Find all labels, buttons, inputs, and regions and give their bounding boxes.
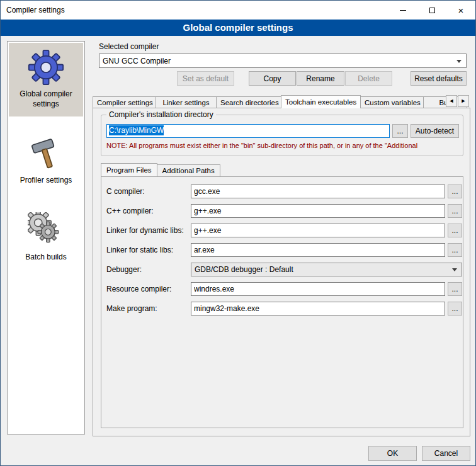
chevron-down-icon (452, 268, 457, 271)
tab-scroll-controls: ◄ ► (445, 95, 469, 107)
settings-tabbar: Compiler settings Linker settings Search… (93, 95, 470, 108)
compiler-actions: Set as default Copy Rename Delete Reset … (99, 71, 467, 86)
page-title: Global compiler settings (1, 20, 475, 36)
resource-compiler-input[interactable] (191, 282, 445, 296)
dynamic-linker-label: Linker for dynamic libs: (106, 224, 184, 237)
installation-directory-group-title: Compiler's installation directory (106, 110, 216, 119)
tab-scroll-left-button[interactable]: ◄ (446, 95, 457, 107)
selected-compiler-label: Selected compiler (99, 42, 159, 51)
dynamic-linker-row: Linker for dynamic libs: ... (101, 224, 463, 237)
install-dir-input[interactable]: C:\raylib\MinGW (106, 124, 390, 138)
compiler-select[interactable]: GNU GCC Compiler (99, 54, 467, 68)
tab-program-files[interactable]: Program Files (101, 163, 157, 176)
set-as-default-button[interactable]: Set as default (177, 71, 234, 86)
make-program-label: Make program: (106, 302, 157, 315)
sidebar: Global compiler settings Profiler settin… (7, 41, 85, 435)
tab-custom-variables[interactable]: Custom variables (360, 96, 424, 108)
dynamic-linker-input[interactable] (191, 224, 445, 237)
static-linker-label: Linker for static libs: (106, 243, 173, 257)
debugger-select[interactable]: GDB/CDB debugger : Default (191, 263, 462, 276)
gear-icon (28, 49, 64, 86)
tab-additional-paths[interactable]: Additional Paths (157, 164, 220, 176)
resource-compiler-label: Resource compiler: (106, 282, 171, 296)
program-files-panel: C compiler: ... C++ compiler: ... Linker… (101, 176, 463, 428)
sidebar-item-label: Batch builds (25, 253, 66, 263)
rename-button[interactable]: Rename (297, 71, 344, 86)
cpp-compiler-input[interactable] (191, 204, 445, 218)
debugger-row: Debugger: GDB/CDB debugger : Default (101, 263, 463, 276)
titlebar: Compiler settings × (1, 1, 475, 20)
install-dir-browse-button[interactable]: ... (392, 124, 408, 138)
make-program-row: Make program: ... (101, 302, 463, 315)
auto-detect-button[interactable]: Auto-detect (411, 124, 459, 138)
tab-toolchain-executables[interactable]: Toolchain executables (281, 95, 361, 108)
toolchain-executables-panel: Compiler's installation directory C:\ray… (93, 108, 470, 436)
tab-compiler-settings[interactable]: Compiler settings (93, 96, 156, 108)
chevron-down-icon (456, 60, 462, 63)
install-dir-note: NOTE: All programs must exist either in … (106, 142, 460, 149)
compiler-select-value: GNU GCC Compiler (103, 57, 171, 65)
c-compiler-row: C compiler: ... (101, 185, 463, 198)
window-controls: × (388, 1, 475, 20)
cancel-button[interactable]: Cancel (422, 446, 470, 461)
sidebar-item-batch-builds[interactable]: Batch builds (9, 206, 83, 270)
maximize-button[interactable] (417, 1, 446, 20)
arrow-left-icon: ◄ (449, 98, 455, 104)
dynamic-linker-browse-button[interactable]: ... (448, 224, 462, 237)
cpp-compiler-row: C++ compiler: ... (101, 204, 463, 218)
installation-directory-group: Compiler's installation directory C:\ray… (101, 115, 463, 156)
static-linker-row: Linker for static libs: ... (101, 243, 463, 257)
debugger-select-value: GDB/CDB debugger : Default (195, 265, 293, 274)
c-compiler-label: C compiler: (106, 185, 145, 198)
minimize-button[interactable] (388, 1, 417, 20)
cpp-compiler-browse-button[interactable]: ... (448, 204, 462, 218)
tab-search-directories[interactable]: Search directories (216, 96, 281, 108)
c-compiler-input[interactable] (191, 185, 445, 198)
c-compiler-browse-button[interactable]: ... (448, 185, 462, 198)
sidebar-item-global-compiler-settings[interactable]: Global compiler settings (9, 43, 83, 116)
static-linker-input[interactable] (191, 243, 445, 257)
sidebar-item-profiler-settings[interactable]: Profiler settings (9, 129, 83, 193)
reset-defaults-button[interactable]: Reset defaults (411, 71, 467, 86)
cpp-compiler-label: C++ compiler: (106, 204, 154, 218)
debugger-label: Debugger: (106, 263, 142, 276)
static-linker-browse-button[interactable]: ... (448, 243, 462, 257)
copy-button[interactable]: Copy (249, 71, 296, 86)
compiler-settings-window: Compiler settings × Global compiler sett… (0, 0, 476, 466)
gears-icon (28, 212, 64, 249)
window-title: Compiler settings (6, 1, 65, 20)
sidebar-item-label: Global compiler settings (10, 89, 82, 109)
tab-linker-settings[interactable]: Linker settings (156, 96, 217, 108)
tab-scroll-right-button[interactable]: ► (458, 95, 469, 107)
close-icon: × (458, 6, 464, 15)
ok-button[interactable]: OK (368, 446, 417, 461)
delete-button[interactable]: Delete (345, 71, 392, 86)
program-files-tabbar: Program Files Additional Paths (101, 164, 220, 176)
minimize-icon (400, 10, 406, 11)
sidebar-item-label: Profiler settings (20, 176, 72, 186)
resource-compiler-browse-button[interactable]: ... (448, 282, 462, 296)
make-program-input[interactable] (191, 302, 445, 315)
hammer-icon (28, 135, 64, 172)
resource-compiler-row: Resource compiler: ... (101, 282, 463, 296)
make-program-browse-button[interactable]: ... (448, 302, 462, 315)
close-button[interactable]: × (446, 1, 475, 20)
maximize-icon (429, 8, 435, 13)
install-dir-value: C:\raylib\MinGW (109, 125, 164, 135)
arrow-right-icon: ► (461, 98, 467, 104)
